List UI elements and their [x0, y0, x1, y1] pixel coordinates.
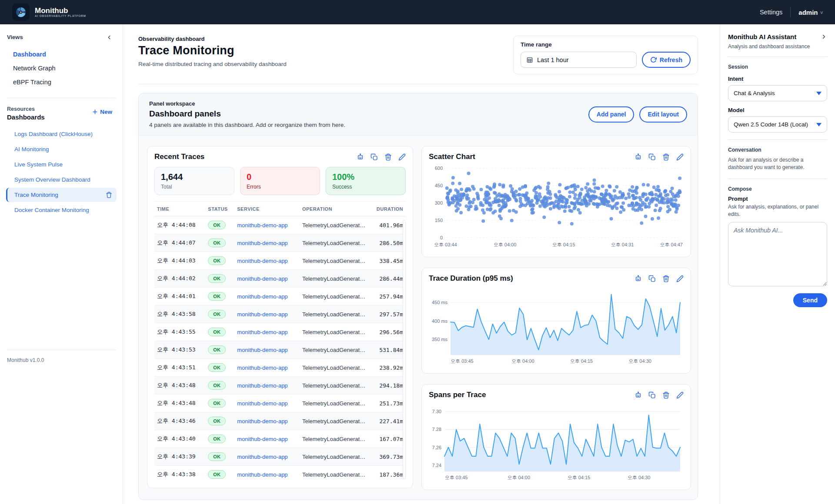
refresh-icon [650, 56, 657, 63]
refresh-button[interactable]: Refresh [642, 52, 691, 68]
table-row[interactable]: 오후 4:43:58OKmonithub-demo-appTelemetryLo… [154, 305, 406, 323]
dashboard-item-live-system-pulse[interactable]: Live System Pulse [6, 157, 117, 172]
service-link[interactable]: monithub-demo-app [234, 448, 300, 466]
panel-duplicate-button[interactable] [371, 153, 378, 161]
panel-ai-button[interactable] [635, 153, 642, 161]
panel-duplicate-button[interactable] [648, 275, 656, 282]
spans-per-trace-chart: 7.247.267.287.30오후 03:45오후 04:00오후 04:15… [429, 403, 684, 484]
table-row[interactable]: 오후 4:43:48OKmonithub-demo-appTelemetryLo… [154, 395, 406, 412]
trace-duration: 401.96m [369, 216, 406, 234]
panel-ai-button[interactable] [357, 153, 364, 161]
user-menu[interactable]: admin v [798, 9, 823, 16]
model-select[interactable]: Qwen 2.5 Coder 14B (Local) [728, 116, 827, 133]
trace-operation: TelemetryLoadGenerator... [300, 430, 369, 448]
dashboard-item-logs-dashboard-clickhouse-[interactable]: Logs Dashboard (ClickHouse) [6, 127, 117, 141]
panel-edit-button[interactable] [676, 391, 684, 399]
collapse-sidebar-icon[interactable] [106, 34, 112, 40]
svg-text:오후 04:00: 오후 04:00 [511, 358, 534, 364]
trace-operation: TelemetryLoadGenerator... [300, 216, 369, 234]
panel-delete-button[interactable] [384, 153, 392, 161]
table-row[interactable]: 오후 4:43:40OKmonithub-demo-appTelemetryLo… [154, 430, 406, 448]
service-link[interactable]: monithub-demo-app [234, 252, 300, 270]
trace-operation: TelemetryLoadGenerator... [300, 341, 369, 359]
trace-duration: 338.45m [369, 252, 406, 270]
panel-edit-button[interactable] [676, 275, 684, 282]
time-range-select[interactable]: Last 1 hour [521, 52, 637, 68]
panel-duplicate-button[interactable] [648, 391, 656, 399]
traces-table-body: 오후 4:44:08OKmonithub-demo-appTelemetryLo… [154, 216, 406, 482]
panel-duplicate-button[interactable] [648, 153, 656, 161]
panel-delete-button[interactable] [662, 275, 670, 282]
dashboard-item-system-overview-dashboard[interactable]: System Overview Dashboard [6, 172, 117, 187]
trace-time: 오후 4:44:07 [154, 234, 205, 252]
prompt-input[interactable] [728, 222, 827, 286]
table-row[interactable]: 오후 4:44:07OKmonithub-demo-appTelemetryLo… [154, 234, 406, 252]
table-row[interactable]: 오후 4:43:39OKmonithub-demo-appTelemetryLo… [154, 448, 406, 466]
intent-select[interactable]: Chat & Analysis [728, 85, 827, 101]
trash-icon [662, 391, 670, 399]
table-row[interactable]: 오후 4:43:38OKmonithub-demo-appTelemetryLo… [154, 466, 406, 482]
dashboard-item-label: Logs Dashboard (ClickHouse) [14, 131, 93, 137]
status-badge: OK [208, 256, 226, 265]
service-link[interactable]: monithub-demo-app [234, 216, 300, 234]
trace-time: 오후 4:43:53 [154, 341, 205, 359]
panel-delete-button[interactable] [662, 153, 670, 161]
svg-text:오후 03:45: 오후 03:45 [451, 358, 474, 364]
service-link[interactable]: monithub-demo-app [234, 430, 300, 448]
service-link[interactable]: monithub-demo-app [234, 234, 300, 252]
dashboard-item-ai-monitoring[interactable]: AI Monitoring [6, 142, 117, 156]
send-button[interactable]: Send [793, 293, 827, 307]
ai-divider [728, 56, 827, 57]
service-link[interactable]: monithub-demo-app [234, 377, 300, 395]
sidebar-item-dashboard[interactable]: Dashboard [0, 48, 123, 60]
table-row[interactable]: 오후 4:43:51OKmonithub-demo-appTelemetryLo… [154, 359, 406, 377]
trace-duration: 187.36m [369, 466, 406, 482]
trace-duration-panel: Trace Duration (p95 ms) 350 ms400 ms450 … [421, 268, 691, 374]
panel-delete-button[interactable] [662, 391, 670, 399]
dashboard-item-docker-container-monitoring[interactable]: Docker Container Monitoring [6, 203, 117, 217]
panel-edit-button[interactable] [398, 153, 406, 161]
add-panel-button[interactable]: Add panel [588, 106, 635, 123]
edit-layout-button[interactable]: Edit layout [639, 106, 687, 123]
svg-text:오후 04:30: 오후 04:30 [628, 475, 651, 480]
status-badge: OK [208, 399, 226, 408]
panel-ai-button[interactable] [635, 275, 642, 282]
service-link[interactable]: monithub-demo-app [234, 395, 300, 412]
panel-ai-button[interactable] [635, 391, 642, 399]
col-time: TIME [154, 202, 205, 216]
svg-text:400 ms: 400 ms [432, 318, 448, 324]
service-link[interactable]: monithub-demo-app [234, 359, 300, 377]
trace-time: 오후 4:43:58 [154, 305, 205, 323]
chevron-right-icon[interactable] [821, 33, 827, 40]
svg-text:150: 150 [435, 218, 443, 223]
table-row[interactable]: 오후 4:43:53OKmonithub-demo-appTelemetryLo… [154, 341, 406, 359]
sidebar-item-ebpf-tracing[interactable]: eBPF Tracing [0, 76, 123, 88]
service-link[interactable]: monithub-demo-app [234, 412, 300, 430]
service-link[interactable]: monithub-demo-app [234, 288, 300, 305]
table-row[interactable]: 오후 4:44:01OKmonithub-demo-appTelemetryLo… [154, 288, 406, 305]
settings-link[interactable]: Settings [760, 9, 782, 16]
service-link[interactable]: monithub-demo-app [234, 323, 300, 341]
dashboard-item-trace-monitoring[interactable]: Trace Monitoring [6, 188, 117, 202]
svg-text:7.26: 7.26 [432, 445, 441, 450]
service-link[interactable]: monithub-demo-app [234, 305, 300, 323]
main-content: Observability dashboard Trace Monitoring… [123, 24, 720, 504]
service-link[interactable]: monithub-demo-app [234, 270, 300, 288]
table-row[interactable]: 오후 4:44:08OKmonithub-demo-appTelemetryLo… [154, 216, 406, 234]
new-dashboard-button[interactable]: New [92, 109, 112, 115]
panel-edit-button[interactable] [676, 153, 684, 161]
sidebar-item-network-graph[interactable]: Network Graph [0, 62, 123, 74]
svg-text:오후 03:44: 오후 03:44 [434, 242, 457, 247]
trace-operation: TelemetryLoadGenerator... [300, 412, 369, 430]
trace-duration: 227.41m [369, 412, 406, 430]
service-link[interactable]: monithub-demo-app [234, 341, 300, 359]
table-row[interactable]: 오후 4:44:02OKmonithub-demo-appTelemetryLo… [154, 270, 406, 288]
table-row[interactable]: 오후 4:44:03OKmonithub-demo-appTelemetryLo… [154, 252, 406, 270]
trace-duration: 257.94m [369, 288, 406, 305]
table-row[interactable]: 오후 4:43:48OKmonithub-demo-appTelemetryLo… [154, 377, 406, 395]
table-scrollbar[interactable] [403, 220, 406, 479]
delete-dashboard-icon[interactable] [106, 192, 112, 198]
table-row[interactable]: 오후 4:43:46OKmonithub-demo-appTelemetryLo… [154, 412, 406, 430]
table-row[interactable]: 오후 4:43:55OKmonithub-demo-appTelemetryLo… [154, 323, 406, 341]
service-link[interactable]: monithub-demo-app [234, 466, 300, 482]
